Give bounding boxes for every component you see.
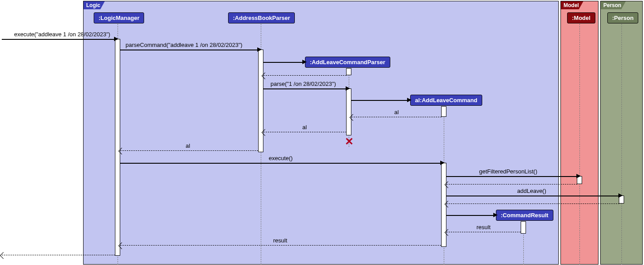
participant-result: :CommandResult <box>496 210 553 221</box>
activation-parser <box>258 50 263 152</box>
frame-model-label: Model <box>561 1 583 9</box>
activation-cmdparser-1 <box>346 68 351 75</box>
arrow-icon <box>618 193 623 198</box>
msg-create-cmd <box>351 100 408 101</box>
lifeline-person <box>621 24 622 265</box>
msg-parse <box>263 88 347 89</box>
msg-return-al-2 <box>263 132 347 132</box>
activation-cmd-1 <box>441 106 446 117</box>
participant-parser: :AddressBookParser <box>228 12 295 23</box>
msg-execute <box>120 163 441 164</box>
lifeline-model <box>579 24 580 265</box>
msg-return-al-3-label: al <box>186 142 190 149</box>
msg-return-getlist <box>446 184 577 184</box>
participant-logicmanager: :LogicManager <box>94 12 144 23</box>
arrow-icon <box>114 37 118 41</box>
frame-person-label: Person <box>601 1 626 9</box>
arrow-icon <box>302 60 307 64</box>
msg-addleave-label: addLeave() <box>517 188 546 194</box>
msg-return-result-1 <box>446 232 521 232</box>
activation-cmdparser-2 <box>346 88 351 135</box>
msg-parsecmd <box>120 50 258 50</box>
arrow-icon <box>576 174 581 178</box>
msg-return-result-1-label: result <box>476 224 491 230</box>
arrow-icon <box>407 98 412 102</box>
msg-return-al-1 <box>351 117 442 117</box>
arrow-icon <box>257 47 262 52</box>
frame-logic-label: Logic <box>84 1 105 9</box>
msg-return-al-3 <box>120 150 258 151</box>
arrow-icon <box>346 86 350 91</box>
msg-return-result-2 <box>120 245 441 246</box>
activation-logicmanager <box>115 39 120 256</box>
msg-execute-label: execute() <box>269 155 293 161</box>
participant-person: :Person <box>607 12 638 23</box>
msg-addleave <box>446 196 619 196</box>
msg-return-al-1-label: al <box>394 109 399 115</box>
arrow-icon <box>440 161 445 165</box>
destroy-icon: ✕ <box>345 135 354 148</box>
msg-return-al-2-label: al <box>302 124 307 131</box>
msg-getlist <box>446 176 577 177</box>
msg-exec-initial <box>2 39 115 40</box>
participant-model: :Model <box>567 12 595 23</box>
msg-return-addleave <box>446 204 619 204</box>
msg-create-cmdparser <box>263 62 303 63</box>
msg-exec-initial-label: execute("addleave 1 /on 28/02/2023") <box>14 31 110 38</box>
msg-getlist-label: getFilteredPersonList() <box>479 168 537 175</box>
arrow-icon <box>493 213 498 217</box>
msg-return-cmdparser-create <box>263 75 347 76</box>
activation-result <box>521 221 526 234</box>
msg-return-final <box>2 255 115 255</box>
participant-cmd: al:AddLeaveCommand <box>410 95 482 106</box>
msg-parsecmd-label: parseCommand("addleave 1 /on 28/02/2023"… <box>126 42 242 48</box>
msg-parse-label: parse("1 /on 28/02/2023") <box>271 81 336 87</box>
msg-create-result <box>446 215 494 216</box>
participant-cmdparser: :AddLeaveCommandParser <box>305 57 390 68</box>
msg-return-result-2-label: result <box>273 237 287 244</box>
